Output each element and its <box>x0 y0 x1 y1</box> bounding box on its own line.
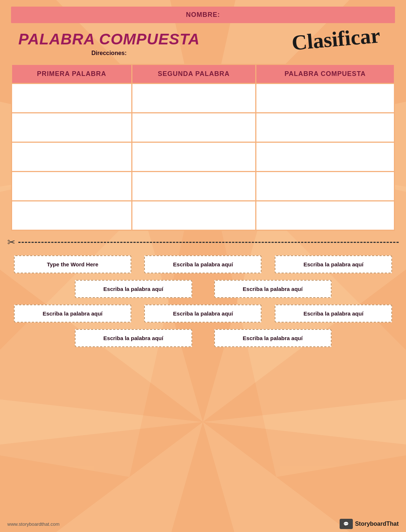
header-bar: NOMBRE: <box>11 7 395 23</box>
table-header-row: PRIMERA PALABRA SEGUNDA PALABRA PALABRA … <box>12 65 395 84</box>
footer: www.storyboardthat.com 💬 StoryboardThat <box>0 516 406 532</box>
word-card-1-1[interactable]: Type the Word Here <box>14 255 131 273</box>
brand-name: StoryboardThat <box>355 521 399 527</box>
cell-segunda-3[interactable] <box>132 142 256 172</box>
word-card-1-3[interactable]: Escriba la palabra aquí <box>275 255 392 273</box>
main-table: PRIMERA PALABRA SEGUNDA PALABRA PALABRA … <box>11 64 395 231</box>
card-row-2: Escriba la palabra aquí Escriba la palab… <box>11 280 395 298</box>
card-row-1: Type the Word Here Escriba la palabra aq… <box>11 255 395 273</box>
col-header-compuesta: PALABRA COMPUESTA <box>256 65 394 84</box>
col-header-segunda: SEGUNDA PALABRA <box>132 65 256 84</box>
dashed-line <box>18 242 399 243</box>
word-card-4-1[interactable]: Escriba la palabra aquí <box>75 329 192 347</box>
card-row-3: Escriba la palabra aquí Escriba la palab… <box>11 305 395 323</box>
table-row <box>12 142 395 172</box>
word-card-2-1[interactable]: Escriba la palabra aquí <box>75 280 192 298</box>
main-title: PALABRA COMPUESTA <box>18 30 200 48</box>
cell-segunda-2[interactable] <box>132 113 256 142</box>
directions-label: Direcciones: <box>91 50 127 56</box>
cut-line: ✂ <box>7 237 399 248</box>
cell-compuesta-4[interactable] <box>256 172 394 201</box>
word-card-3-1[interactable]: Escriba la palabra aquí <box>14 305 131 323</box>
main-table-container: PRIMERA PALABRA SEGUNDA PALABRA PALABRA … <box>11 64 395 231</box>
cell-segunda-4[interactable] <box>132 172 256 201</box>
card-row-4: Escriba la palabra aquí Escriba la palab… <box>11 329 395 347</box>
table-row <box>12 113 395 142</box>
title-section: PALABRA COMPUESTA Direcciones: Clasifica… <box>0 23 406 60</box>
footer-logo: 💬 StoryboardThat <box>340 519 399 529</box>
word-card-3-3[interactable]: Escriba la palabra aquí <box>275 305 392 323</box>
word-card-1-2[interactable]: Escriba la palabra aquí <box>144 255 261 273</box>
footer-url: www.storyboardthat.com <box>7 521 59 527</box>
logo-icon-symbol: 💬 <box>343 521 349 526</box>
word-cards-section: Type the Word Here Escriba la palabra aq… <box>0 252 406 351</box>
cell-compuesta-1[interactable] <box>256 84 394 113</box>
cell-compuesta-5[interactable] <box>256 201 394 230</box>
cell-primera-3[interactable] <box>12 142 132 172</box>
cell-compuesta-3[interactable] <box>256 142 394 172</box>
cell-segunda-5[interactable] <box>132 201 256 230</box>
directions-section: Direcciones: <box>18 48 200 60</box>
scissors-icon: ✂ <box>7 237 15 248</box>
cell-primera-1[interactable] <box>12 84 132 113</box>
cell-primera-2[interactable] <box>12 113 132 142</box>
storyboardthat-logo-icon: 💬 <box>340 519 353 529</box>
table-row <box>12 201 395 230</box>
word-card-2-2[interactable]: Escriba la palabra aquí <box>214 280 332 298</box>
col-header-primera: PRIMERA PALABRA <box>12 65 132 84</box>
page-wrapper: NOMBRE: PALABRA COMPUESTA Direcciones: C… <box>0 0 406 532</box>
word-card-3-2[interactable]: Escriba la palabra aquí <box>144 305 261 323</box>
table-row <box>12 84 395 113</box>
nombre-label: NOMBRE: <box>186 11 220 18</box>
word-card-4-2[interactable]: Escriba la palabra aquí <box>214 329 332 347</box>
cell-compuesta-2[interactable] <box>256 113 394 142</box>
cell-segunda-1[interactable] <box>132 84 256 113</box>
cell-primera-4[interactable] <box>12 172 132 201</box>
clasificar-title: Clasificar <box>291 23 381 55</box>
table-row <box>12 172 395 201</box>
cell-primera-5[interactable] <box>12 201 132 230</box>
